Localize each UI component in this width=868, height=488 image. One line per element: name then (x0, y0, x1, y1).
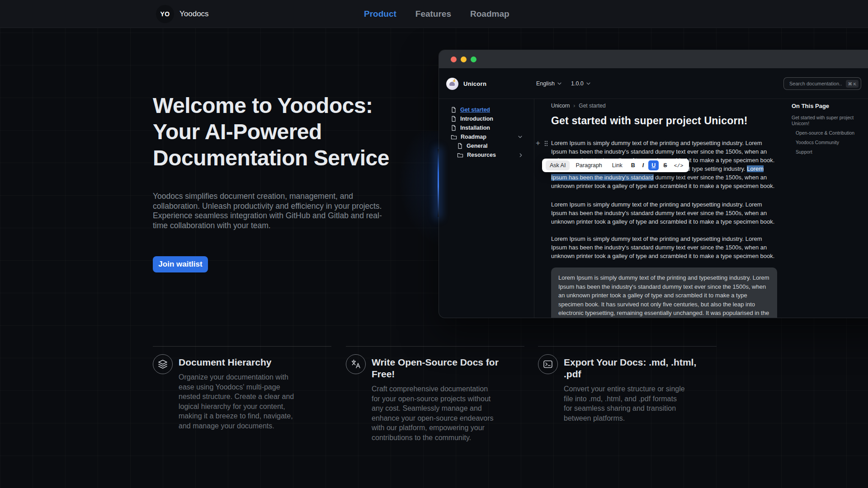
hero-title: Welcome to Yoodocs: Your AI-Powered Docu… (153, 93, 389, 171)
sidebar-item-introduction[interactable]: Introduction (439, 114, 534, 123)
layers-icon (153, 354, 173, 374)
text-format-toolbar: Ask AI Paragraph Link B I U S </> (542, 159, 689, 172)
on-this-page-panel: On This Page Get started with super proj… (792, 103, 868, 159)
toc-item-community[interactable]: Yoodocs Community (792, 140, 868, 145)
doc-quote-block: Lorem Ipsum is simply dummy text of the … (551, 267, 777, 318)
nav-item-features[interactable]: Features (415, 9, 451, 19)
ask-ai-button[interactable]: Ask AI (546, 160, 570, 170)
page-icon (451, 116, 457, 122)
app-brand[interactable]: Unicorn (446, 68, 486, 99)
window-titlebar (439, 50, 868, 68)
sidebar-item-get-started[interactable]: Get started (439, 105, 534, 114)
brand-name: Yoodocs (179, 9, 209, 19)
version-value: 1.0.0 (571, 80, 584, 87)
feature-body: Craft comprehensive documentation for yo… (372, 384, 495, 442)
minimize-window-button[interactable] (461, 56, 467, 62)
app-window: Unicorn English 1.0.0 ⌘ K Get started (439, 50, 868, 318)
link-button[interactable]: Link (608, 160, 627, 170)
nav-links: Product Features Roadmap (364, 0, 509, 28)
terminal-icon (538, 354, 558, 374)
feature-title: Export Your Docs: .md, .html, .pdf (564, 357, 705, 380)
version-dropdown[interactable]: 1.0.0 (571, 68, 590, 99)
toc-item-get-started[interactable]: Get started with super project Unicorn! (792, 115, 868, 127)
brand-link[interactable]: YO Yoodocs (156, 0, 209, 28)
breadcrumb-separator: › (573, 103, 575, 109)
translate-icon (346, 354, 366, 374)
docs-sidebar: Get started Introduction Installation Ro… (439, 99, 534, 318)
chevron-down-icon (586, 82, 590, 85)
maximize-window-button[interactable] (471, 56, 476, 62)
close-window-button[interactable] (451, 56, 457, 62)
chevron-right-icon (519, 153, 522, 157)
feature-title: Document Hierarchy (179, 357, 320, 368)
toc-title: On This Page (792, 103, 868, 109)
doc-paragraph-3: Lorem Ipsum is simply dummy text of the … (551, 235, 779, 260)
sidebar-item-installation[interactable]: Installation (439, 123, 534, 132)
join-waitlist-button[interactable]: Join waitlist (153, 256, 208, 272)
app-header: Unicorn English 1.0.0 ⌘ K (439, 68, 868, 99)
bold-button[interactable]: B (628, 160, 638, 170)
sidebar-item-resources[interactable]: Resources (439, 150, 534, 160)
add-block-button[interactable]: + (536, 139, 540, 147)
unicorn-avatar (446, 78, 458, 90)
sidebar-item-general[interactable]: General (439, 141, 534, 150)
sidebar-item-roadmap[interactable]: Roadmap (439, 132, 534, 141)
folder-icon (451, 134, 457, 140)
hero-title-line1: Welcome to Yoodocs: (153, 93, 389, 119)
feature-title: Write Open-Source Docs for Free! (372, 357, 513, 380)
language-dropdown[interactable]: English (536, 68, 561, 99)
breadcrumb: Unicorn › Get started (551, 103, 606, 109)
search-box[interactable]: ⌘ K (783, 77, 861, 90)
strikethrough-button[interactable]: S (660, 160, 670, 170)
feature-card-export: Export Your Docs: .md, .html, .pdf Conve… (538, 346, 717, 423)
doc-paragraph-2: Lorem Ipsum is simply dummy text of the … (551, 200, 779, 226)
folder-icon (457, 152, 463, 158)
toc-item-support[interactable]: Support (792, 149, 868, 155)
landing-page: YO Yoodocs Product Features Roadmap Welc… (0, 0, 868, 488)
code-button[interactable]: </> (672, 161, 686, 170)
underline-button[interactable]: U (648, 160, 659, 170)
nav-item-roadmap[interactable]: Roadmap (470, 9, 509, 19)
page-icon (457, 143, 463, 149)
paragraph-style-button[interactable]: Paragraph (571, 160, 606, 170)
toc-item-open-source[interactable]: Open-source & Contribution (792, 130, 868, 136)
nav-item-product[interactable]: Product (364, 9, 396, 19)
app-brand-name: Unicorn (463, 80, 486, 87)
chevron-down-icon (518, 136, 522, 138)
drag-handle-icon[interactable] (544, 140, 548, 148)
logo-text: YO (160, 10, 170, 18)
hero-subtitle: Yoodocs simplifies document creation, ma… (153, 192, 384, 230)
chevron-down-icon (557, 82, 561, 85)
breadcrumb-current[interactable]: Get started (579, 103, 605, 109)
breadcrumb-root[interactable]: Unicorn (551, 103, 570, 109)
feature-card-open-source: Write Open-Source Docs for Free! Craft c… (346, 346, 524, 442)
yoodocs-logo-icon: YO (156, 5, 174, 23)
navbar: YO Yoodocs Product Features Roadmap (0, 0, 868, 28)
search-shortcut-badge: ⌘ K (846, 80, 859, 88)
hero-title-line3: Documentation Service (153, 145, 389, 171)
language-value: English (536, 80, 555, 87)
feature-body: Convert your entire structure or single … (564, 384, 687, 423)
italic-button[interactable]: I (640, 160, 646, 170)
search-input[interactable] (788, 80, 843, 87)
doc-page-title: Get started with super project Unicorn! (551, 115, 748, 127)
page-icon (451, 125, 457, 131)
feature-body: Organize your documentation with ease us… (179, 372, 302, 431)
feature-card-hierarchy: Document Hierarchy Organize your documen… (153, 346, 331, 431)
hero-title-line2: Your AI-Powered (153, 119, 389, 145)
page-icon (451, 107, 457, 113)
